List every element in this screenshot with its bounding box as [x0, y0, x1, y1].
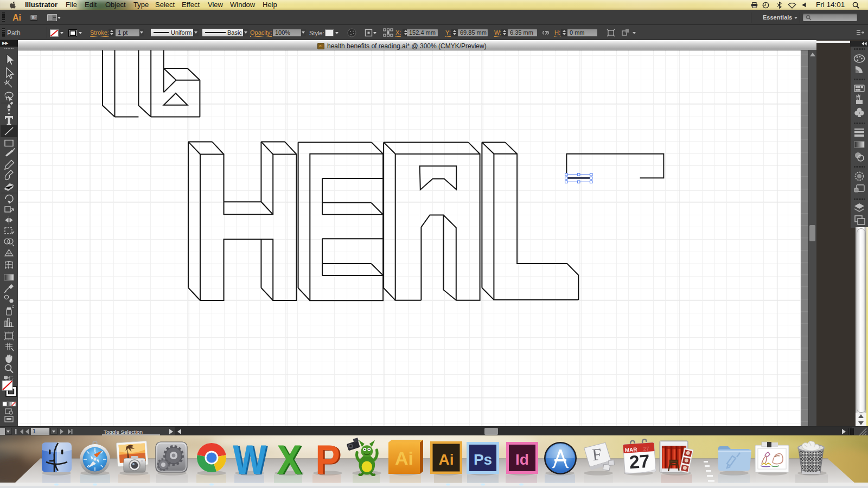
svg-text:27: 27: [629, 451, 650, 473]
svg-text:N: N: [94, 450, 96, 453]
svg-text:Ps: Ps: [474, 451, 492, 468]
svg-text:W: W: [233, 436, 266, 483]
svg-text:X: X: [277, 436, 302, 482]
svg-text:Id: Id: [515, 451, 529, 468]
svg-text:Ai: Ai: [439, 451, 454, 468]
svg-text:P: P: [315, 436, 340, 482]
svg-text:Ai: Ai: [395, 448, 413, 468]
